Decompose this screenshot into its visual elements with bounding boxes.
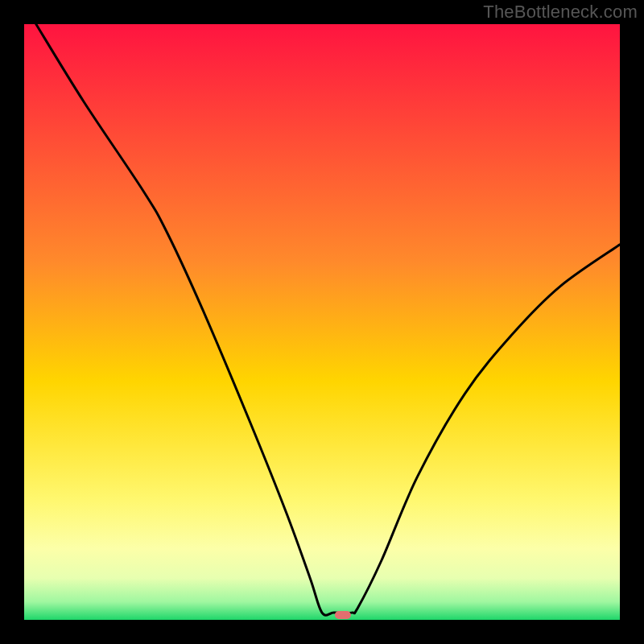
optimum-marker (335, 611, 351, 619)
bottleneck-plot (0, 0, 644, 644)
watermark-text: TheBottleneck.com (483, 2, 638, 23)
plot-background (24, 24, 620, 620)
chart-frame: { "watermark": "TheBottleneck.com", "plo… (0, 0, 644, 644)
